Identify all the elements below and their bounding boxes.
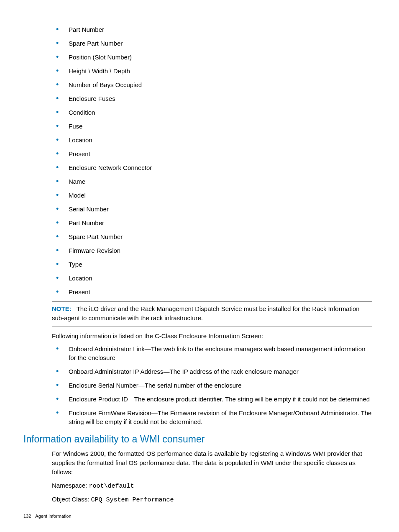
bullet-list-2: Onboard Administrator Link—The web link …	[52, 344, 372, 426]
list-item: Enclosure Network Connector	[52, 163, 372, 172]
list-item: Onboard Administrator Link—The web link …	[52, 344, 372, 362]
list-item: Part Number	[52, 218, 372, 227]
list-item: Part Number	[52, 25, 372, 34]
list-item: Enclosure Product ID—The enclosure produ…	[52, 395, 372, 403]
list-item: Number of Bays Occupied	[52, 80, 372, 89]
page-content: Part Number Spare Part Number Position (…	[23, 25, 376, 505]
list-item: Enclosure Serial Number—The serial numbe…	[52, 381, 372, 390]
object-class-line: Object Class: CPQ_System_Performance	[52, 495, 372, 505]
bullet-list-1: Part Number Spare Part Number Position (…	[52, 25, 372, 296]
page-number: 132	[23, 514, 31, 519]
object-class-label: Object Class:	[52, 496, 91, 503]
list-item: Location	[52, 274, 372, 283]
section-heading: Information availability to a WMI consum…	[23, 434, 372, 445]
list-item: Serial Number	[52, 205, 372, 213]
note-box: NOTE:The iLO driver and the Rack Managem…	[52, 301, 372, 326]
list-item: Spare Part Number	[52, 232, 372, 241]
list-item: Type	[52, 260, 372, 269]
list-item: Model	[52, 191, 372, 200]
list-item: Fuse	[52, 122, 372, 131]
list-item: Enclosure FirmWare Revision—The Firmware…	[52, 409, 372, 426]
paragraph: For Windows 2000, the formatted OS perfo…	[52, 449, 372, 476]
list-item: Name	[52, 177, 372, 186]
namespace-label: Namespace:	[52, 482, 89, 489]
list-item: Position (Slot Number)	[52, 53, 372, 62]
list-item: Enclosure Fuses	[52, 94, 372, 103]
note-text: The iLO driver and the Rack Management D…	[52, 305, 360, 321]
namespace-line: Namespace: root\default	[52, 481, 372, 491]
paragraph: Following information is listed on the C…	[52, 332, 372, 341]
list-item: Onboard Administrator IP Address—The IP …	[52, 367, 372, 376]
note-label: NOTE:	[52, 305, 72, 312]
list-item: Present	[52, 149, 372, 158]
list-item: Present	[52, 288, 372, 296]
namespace-value: root\default	[89, 483, 134, 490]
list-item: Firmware Revision	[52, 246, 372, 255]
list-item: Condition	[52, 108, 372, 117]
list-item: Spare Part Number	[52, 39, 372, 48]
object-class-value: CPQ_System_Performance	[91, 496, 174, 504]
page-footer: 132Agent information	[23, 514, 72, 519]
footer-title: Agent information	[35, 514, 71, 519]
list-item: Height \ Width \ Depth	[52, 67, 372, 75]
list-item: Location	[52, 136, 372, 144]
